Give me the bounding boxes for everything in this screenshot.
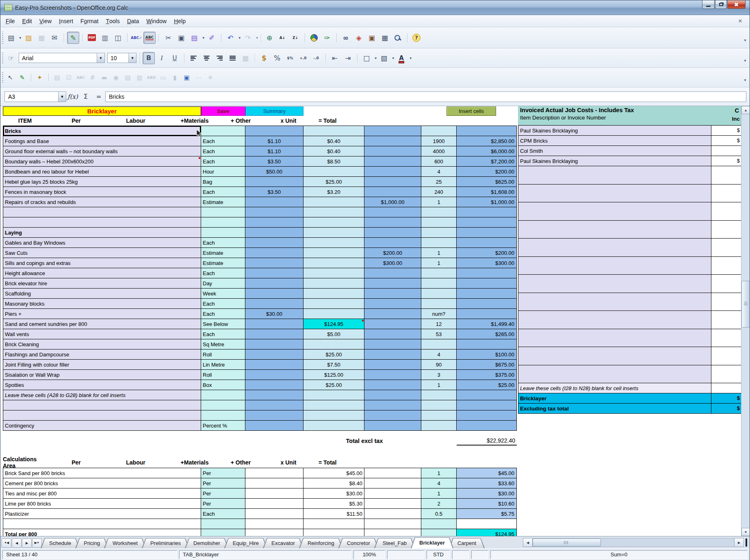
tab-demolisher[interactable]: Demolisher (185, 538, 229, 548)
cell-unit[interactable]: 1 (421, 248, 457, 258)
cell-other[interactable] (364, 309, 421, 319)
save-macro-button[interactable]: Save (201, 106, 245, 116)
cell-materials[interactable]: $0.40 (303, 136, 364, 146)
status-zoom[interactable]: 100% (353, 550, 385, 559)
data-sources-icon[interactable]: ▦ (379, 32, 391, 44)
cell-per[interactable]: Per (201, 468, 245, 478)
cell-unit[interactable]: 1 (421, 258, 457, 268)
cell-item[interactable]: Hebel glue lays 25 blocks 25kg (3, 177, 201, 187)
cell-unit[interactable]: 1 (421, 468, 457, 478)
cell-unit[interactable]: 1 (421, 488, 457, 499)
summary-macro-button[interactable]: Summary (245, 106, 303, 116)
cell-unit[interactable] (421, 390, 457, 400)
cell-other[interactable] (364, 488, 421, 499)
function-wizard-icon[interactable]: ƒ(x) (66, 91, 79, 102)
cell-labour[interactable] (245, 400, 303, 410)
cell-item[interactable] (3, 217, 201, 228)
cell-unit[interactable]: 0.5 (421, 509, 457, 519)
cell-unit[interactable] (421, 529, 457, 536)
cell-unit[interactable]: 1900 (421, 136, 457, 146)
cell-labour[interactable] (245, 197, 303, 207)
cell-unit[interactable]: 240 (421, 187, 457, 197)
cell-total[interactable] (457, 519, 517, 529)
cell-total[interactable]: $265.00 (457, 329, 517, 339)
cell-item[interactable] (3, 519, 201, 529)
cell-per[interactable] (201, 410, 245, 421)
cell-item[interactable]: Wall vents (3, 329, 201, 339)
function-icon[interactable]: = (92, 91, 105, 102)
cell-total[interactable] (457, 289, 517, 299)
cell-labour[interactable] (245, 177, 303, 187)
cell-labour[interactable] (245, 529, 303, 536)
list-box-icon[interactable]: ▤ (122, 72, 133, 83)
invoice-description-cell[interactable] (518, 311, 711, 329)
increase-indent-icon[interactable]: ⇥ (342, 52, 354, 64)
cell-total[interactable] (457, 207, 517, 217)
cell-total[interactable]: $1,000.00 (457, 197, 517, 207)
cell-other[interactable] (364, 238, 421, 248)
text-box-control-icon[interactable]: ABC (75, 72, 86, 83)
cell-labour[interactable] (245, 499, 303, 509)
paste-icon[interactable]: ▤ (188, 32, 200, 44)
status-empty-3[interactable] (471, 550, 488, 559)
cell-item[interactable]: Footings and Base (3, 136, 201, 146)
cell-materials[interactable]: $11.50 (303, 509, 364, 519)
cell-other[interactable] (364, 360, 421, 370)
cell-per[interactable]: Each (201, 238, 245, 248)
format-paintbrush-icon[interactable]: ✐ (206, 32, 218, 44)
insert-cells-button[interactable]: Insert cells (447, 106, 496, 116)
cell-materials[interactable]: $0.40 (303, 146, 364, 156)
tab-concretor[interactable]: Concretor (338, 538, 379, 548)
cell-other[interactable] (364, 278, 421, 289)
tab-reinforcing[interactable]: Reinforcing (299, 538, 343, 548)
cell-materials[interactable] (303, 410, 364, 421)
find-replace-icon[interactable]: ∞ (340, 32, 352, 44)
image-control-icon[interactable]: ▣ (181, 72, 192, 83)
percent-format-icon[interactable]: % (271, 52, 283, 64)
cell-other[interactable] (364, 329, 421, 339)
invoice-description-cell[interactable] (518, 347, 711, 365)
cell-per[interactable]: Each (201, 268, 245, 278)
invoice-description-cell[interactable]: Col Smith (518, 146, 711, 156)
cell-unit[interactable]: 1 (421, 197, 457, 207)
cell-labour[interactable] (245, 268, 303, 278)
toolbar-options-icon[interactable]: ▾ (742, 72, 748, 83)
cell-other[interactable] (364, 400, 421, 410)
cell-total[interactable]: $675.00 (457, 360, 517, 370)
cell-per[interactable] (201, 519, 245, 529)
export-pdf-icon[interactable]: PDF (86, 32, 98, 44)
cell-per[interactable]: Per (201, 478, 245, 488)
cell-materials[interactable] (303, 400, 364, 410)
cell-item[interactable]: Masonary blocks (3, 299, 201, 309)
cell-total[interactable]: $625.00 (457, 177, 517, 187)
undo-icon[interactable]: ↶ (224, 32, 236, 44)
cell-per[interactable] (201, 228, 245, 238)
cell-labour[interactable] (245, 488, 303, 499)
vertical-scrollbar[interactable]: ▲ ▼ (741, 106, 750, 536)
cell-total[interactable] (457, 339, 517, 349)
status-empty-1[interactable] (387, 550, 425, 559)
cell-other[interactable] (364, 217, 421, 228)
cell-per[interactable]: Sq Metre (201, 339, 245, 349)
cell-other[interactable] (364, 509, 421, 519)
cell-unit[interactable] (421, 278, 457, 289)
menu-help[interactable]: Help (170, 15, 189, 27)
cell-item[interactable]: Saw Cuts (3, 248, 201, 258)
cell-total[interactable]: $2,850.00 (457, 136, 517, 146)
total-excl-tax-label[interactable]: Total excl tax (303, 438, 425, 444)
cell-per[interactable]: Per (201, 499, 245, 509)
merge-cells-icon[interactable]: ▦ (239, 52, 251, 64)
cell-item[interactable]: Piers + (3, 309, 201, 319)
cell-labour[interactable] (245, 228, 303, 238)
cell-materials[interactable]: $8.50 (303, 156, 364, 167)
cell-unit[interactable] (421, 228, 457, 238)
print-icon[interactable]: ▥ (99, 32, 111, 44)
cell-per[interactable]: Each (201, 156, 245, 167)
scroll-up-icon[interactable]: ▲ (741, 106, 750, 114)
cell-item[interactable]: Ground floor external walls – not bounda… (3, 146, 201, 156)
cell-per[interactable]: Day (201, 278, 245, 289)
page-preview-icon[interactable]: ◫ (112, 32, 124, 44)
cell-item[interactable]: Repairs of cracks and rebuilds (3, 197, 201, 207)
cell-labour[interactable] (245, 207, 303, 217)
cell-total[interactable] (457, 421, 517, 431)
